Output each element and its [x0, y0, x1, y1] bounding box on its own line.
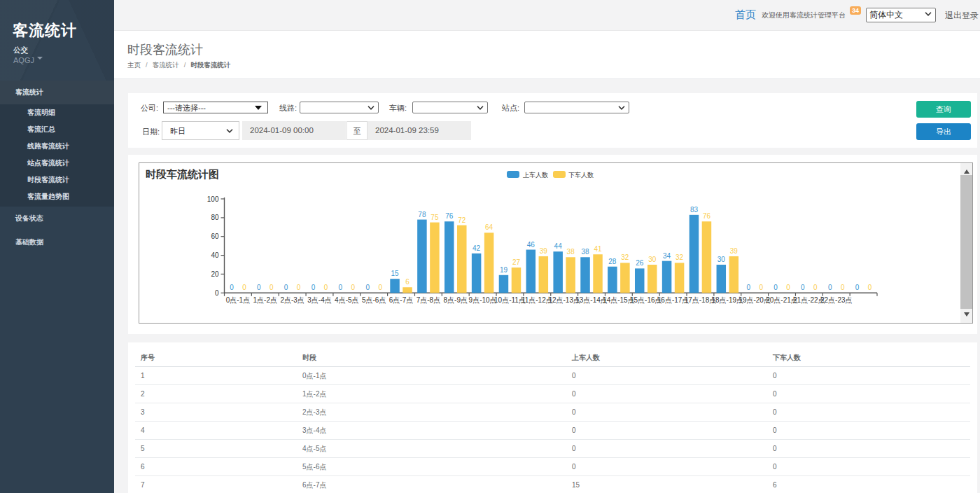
- svg-text:0: 0: [242, 284, 246, 291]
- svg-text:78: 78: [418, 211, 426, 218]
- svg-text:0: 0: [324, 284, 328, 291]
- svg-text:28: 28: [608, 258, 617, 265]
- svg-text:8点-9点: 8点-9点: [444, 296, 468, 304]
- svg-text:0: 0: [746, 284, 750, 291]
- svg-text:0: 0: [774, 284, 778, 291]
- svg-text:0: 0: [270, 284, 274, 291]
- svg-text:0: 0: [813, 284, 818, 291]
- svg-text:75: 75: [430, 214, 439, 221]
- svg-text:83: 83: [690, 206, 699, 214]
- svg-text:1点-2点: 1点-2点: [253, 296, 277, 304]
- svg-text:20: 20: [211, 270, 219, 278]
- svg-text:6点-7点: 6点-7点: [389, 296, 413, 304]
- svg-text:2点-3点: 2点-3点: [280, 296, 304, 304]
- svg-text:38: 38: [567, 248, 575, 256]
- svg-text:22点-23点: 22点-23点: [820, 296, 853, 304]
- svg-text:0: 0: [868, 284, 872, 291]
- svg-text:15: 15: [391, 270, 399, 277]
- svg-text:0: 0: [855, 284, 860, 291]
- svg-text:7点-8点: 7点-8点: [416, 296, 440, 304]
- svg-text:76: 76: [703, 212, 711, 220]
- svg-text:72: 72: [458, 216, 466, 224]
- svg-text:9点-10点: 9点-10点: [469, 296, 497, 304]
- svg-text:0: 0: [786, 284, 790, 291]
- svg-text:0: 0: [828, 284, 832, 291]
- svg-text:19: 19: [500, 266, 508, 274]
- svg-text:64: 64: [485, 223, 493, 231]
- svg-text:32: 32: [676, 254, 684, 261]
- svg-text:0: 0: [378, 284, 382, 291]
- svg-text:30: 30: [718, 256, 726, 263]
- svg-text:32: 32: [621, 254, 629, 261]
- svg-text:0: 0: [312, 284, 316, 291]
- svg-text:5点-6点: 5点-6点: [362, 296, 386, 304]
- svg-text:39: 39: [540, 247, 548, 255]
- svg-text:0: 0: [297, 284, 301, 291]
- svg-text:42: 42: [472, 244, 481, 252]
- svg-text:30: 30: [648, 256, 657, 263]
- svg-text:0: 0: [801, 284, 805, 291]
- svg-text:0: 0: [215, 289, 219, 297]
- svg-text:0: 0: [339, 284, 343, 291]
- svg-text:0点-1点: 0点-1点: [226, 296, 250, 304]
- svg-text:0: 0: [841, 284, 845, 291]
- svg-text:0: 0: [351, 284, 356, 291]
- svg-text:39: 39: [730, 247, 738, 255]
- svg-text:44: 44: [554, 242, 563, 250]
- svg-text:0: 0: [759, 284, 763, 291]
- svg-text:3点-4点: 3点-4点: [307, 296, 331, 304]
- svg-text:27: 27: [512, 258, 521, 266]
- svg-text:46: 46: [527, 241, 536, 249]
- svg-text:100: 100: [207, 195, 219, 203]
- svg-text:41: 41: [594, 245, 602, 253]
- svg-text:34: 34: [663, 252, 671, 260]
- svg-text:6: 6: [405, 278, 410, 286]
- svg-text:0: 0: [284, 284, 288, 291]
- svg-text:38: 38: [581, 248, 589, 256]
- svg-text:80: 80: [211, 214, 219, 221]
- svg-text:0: 0: [230, 284, 234, 291]
- svg-text:76: 76: [445, 212, 454, 220]
- svg-text:4点-5点: 4点-5点: [335, 296, 358, 304]
- svg-text:0: 0: [365, 284, 370, 291]
- svg-text:26: 26: [636, 259, 644, 267]
- svg-text:60: 60: [211, 232, 219, 240]
- svg-text:0: 0: [257, 284, 261, 291]
- svg-text:40: 40: [211, 251, 219, 259]
